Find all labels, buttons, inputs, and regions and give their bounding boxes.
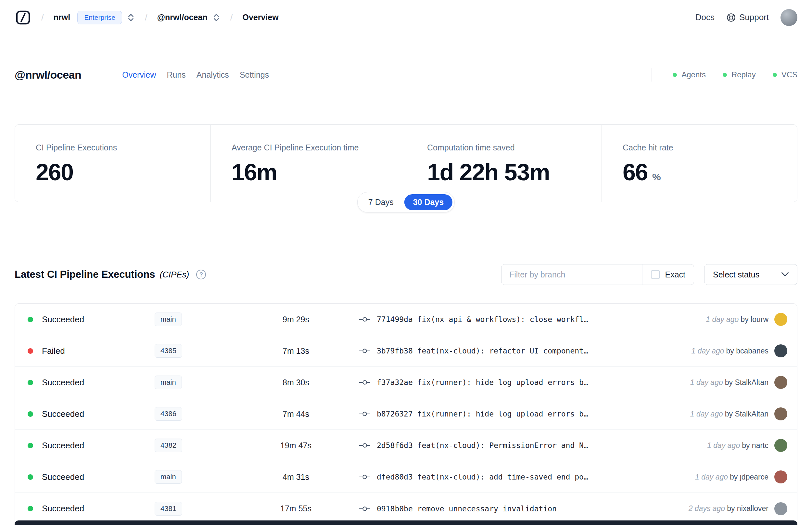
nx-cloud-logo[interactable] [15,9,31,26]
author-avatar [774,470,787,483]
status-cell: Succeeded [28,409,155,419]
indicator-label: VCS [781,70,797,79]
bottom-dark-panel [15,521,797,525]
cipe-row[interactable]: Succeeded 4382 19m 47s 2d58f6d3 feat(nx-… [15,430,797,461]
percent-suffix: % [652,171,661,183]
cipe-row[interactable]: Succeeded main 8m 30s f37a32ae fix(runne… [15,367,797,398]
exact-checkbox[interactable] [651,270,660,279]
docs-link[interactable]: Docs [695,12,715,22]
author-avatar [774,313,787,326]
cipe-row[interactable]: Failed 4385 7m 13s 3b79fb38 feat(nx-clou… [15,335,797,367]
stat-value: 66% [623,159,797,185]
git-commit-icon [359,379,370,386]
status-label: Succeeded [42,440,84,451]
commit-message: 2d58f6d3 feat(nx-cloud): PermissionError… [377,441,588,450]
status-label: Succeeded [42,472,84,482]
commit-message: f37a32ae fix(runner): hide log upload er… [377,378,588,387]
branch-cell: main [155,470,242,484]
branch-filter-input[interactable] [502,265,642,285]
relative-time: 1 day ago [690,410,723,418]
status-label: Succeeded [42,377,84,388]
stat-value: 1d 22h 53m [427,159,601,185]
stat-value: 16m [232,159,406,185]
branch-cell: 4386 [155,407,242,421]
enterprise-badge: Enterprise [77,11,122,24]
stat-card-avg-execution-time: Average CI Pipeline Execution time 16m [211,125,406,202]
commit-message: dfed80d3 feat(nx-cloud): add time-saved … [377,473,588,481]
breadcrumb: / nrwl Enterprise / @nrwl/ocean / Overvi… [15,9,279,26]
relative-time: 1 day ago [695,473,728,481]
tab-runs[interactable]: Runs [167,70,185,79]
org-switcher-chevrons-icon[interactable] [127,13,135,22]
meta-cell: 1 day agoby nartc [707,439,787,452]
branch-badge: 4385 [155,344,182,358]
tab-overview[interactable]: Overview [122,70,156,79]
status-cell: Succeeded [28,472,155,482]
indicator-agents[interactable]: Agents [673,70,706,79]
commit-cell: 3b79fb38 feat(nx-cloud): refactor UI com… [359,347,682,355]
breadcrumb-separator: / [41,12,44,23]
git-commit-icon [359,442,370,449]
meta-cell: 1 day agoby lourw [706,313,787,326]
duration-cell: 9m 29s [242,315,350,324]
select-status-dropdown[interactable]: Select status [704,264,797,285]
cipe-row[interactable]: Succeeded main 4m 31s dfed80d3 feat(nx-c… [15,461,797,493]
indicator-label: Replay [732,70,756,79]
breadcrumb-workspace[interactable]: @nrwl/ocean [157,13,208,22]
commit-message: 0918b0be remove unnecessary invalidation [377,505,557,513]
commit-cell: dfed80d3 feat(nx-cloud): add time-saved … [359,473,685,481]
branch-badge: 4381 [155,502,182,515]
tab-settings[interactable]: Settings [240,70,269,79]
range-7-days-button[interactable]: 7 Days [359,194,402,210]
relative-time: 1 day ago [706,315,739,324]
tab-analytics[interactable]: Analytics [197,70,229,79]
cipe-row[interactable]: Succeeded main 9m 29s 771499da fix(nx-ap… [15,304,797,335]
indicator-replay[interactable]: Replay [723,70,756,79]
chevron-down-icon [781,272,788,277]
range-30-days-button[interactable]: 30 Days [404,194,453,210]
status-label: Succeeded [42,409,84,419]
status-dot [28,411,33,417]
cipe-filters: Exact Select status [501,264,797,285]
status-dot [28,380,33,385]
meta-cell: 1 day agoby jdpearce [695,470,787,483]
commit-cell: 2d58f6d3 feat(nx-cloud): PermissionError… [359,441,698,450]
cipe-row[interactable]: Succeeded 4381 17m 55s 0918b0be remove u… [15,493,797,524]
branch-cell: 4385 [155,344,242,358]
branch-badge: main [155,376,182,389]
stat-label: Average CI Pipeline Execution time [232,143,406,152]
breadcrumb-separator: / [145,12,148,23]
duration-cell: 7m 44s [242,409,350,419]
cipe-title-group: Latest CI Pipeline Executions (CIPEs) ? [15,269,206,280]
branch-cell: 4382 [155,439,242,452]
author: by jdpearce [730,473,768,481]
date-range-toggle: 7 Days 30 Days [357,192,455,212]
branch-filter-group: Exact [501,264,694,285]
cipe-section-title: Latest CI Pipeline Executions [15,269,155,280]
select-status-label: Select status [713,270,760,280]
indicator-vcs[interactable]: VCS [773,70,797,79]
author-avatar [774,502,787,515]
relative-time: 1 day ago [691,347,724,355]
cipe-title-suffix: (CIPEs) [159,270,189,280]
status-dot [28,506,33,511]
branch-cell: main [155,376,242,389]
workspace-tabs: Overview Runs Analytics Settings [122,70,269,79]
stat-card-ci-executions: CI Pipeline Executions 260 [15,125,211,202]
support-link[interactable]: Support [726,12,769,22]
indicator-label: Agents [681,70,706,79]
breadcrumb-org[interactable]: nrwl [53,13,70,22]
commit-cell: 0918b0be remove unnecessary invalidation [359,505,679,513]
workspace-switcher-chevrons-icon[interactable] [212,13,220,22]
status-cell: Succeeded [28,377,155,388]
branch-badge: main [155,470,182,484]
author: by nartc [742,441,768,450]
git-commit-icon [359,411,370,417]
cipe-row[interactable]: Succeeded 4386 7m 44s b8726327 fix(runne… [15,398,797,430]
help-icon[interactable]: ? [196,270,206,280]
status-label: Succeeded [42,504,84,514]
user-avatar[interactable] [781,9,797,26]
green-status-dot [773,73,777,77]
status-cell: Succeeded [28,440,155,451]
author: by lourw [740,315,768,324]
